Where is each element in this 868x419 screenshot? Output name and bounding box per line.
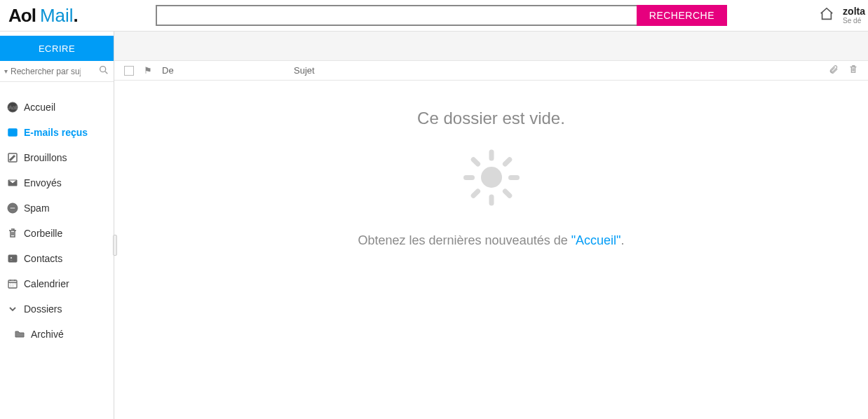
nav-label: Brouillons [24, 152, 67, 163]
empty-link[interactable]: "Accueil" [571, 233, 621, 247]
toolbar [114, 32, 868, 61]
search-input[interactable] [156, 5, 637, 26]
sidebar-resize-handle[interactable] [113, 235, 117, 256]
attachment-icon[interactable] [829, 64, 839, 76]
svg-rect-6 [10, 207, 15, 209]
calendar-icon [7, 278, 18, 289]
nav-label: Accueil [24, 102, 55, 113]
sidebar-search-input[interactable] [11, 67, 81, 76]
nav-label: E-mails reçus [24, 127, 88, 138]
user-name: zolta [843, 6, 865, 17]
nav-contacts[interactable]: Contacts [0, 246, 114, 271]
inbox-icon [7, 127, 18, 138]
folder-icon [14, 329, 25, 340]
nav-label: Envoyés [24, 177, 62, 188]
svg-rect-3 [8, 129, 17, 136]
user-signout: Se dé [843, 17, 865, 25]
nav-folders[interactable]: Dossiers [0, 296, 114, 322]
nav-label: Calendrier [24, 278, 69, 289]
search-button[interactable]: RECHERCHE [637, 5, 727, 26]
chevron-down-icon[interactable]: ▾ [4, 67, 8, 75]
flag-icon[interactable]: ⚑ [144, 65, 152, 76]
chevron-down-icon [7, 303, 18, 315]
sent-icon [7, 177, 18, 188]
header-right: zolta Se dé [819, 6, 868, 25]
select-all-checkbox[interactable] [124, 66, 134, 76]
home-icon[interactable] [819, 6, 834, 24]
header: Aol Mail . RECHERCHE zolta Se dé [0, 0, 868, 32]
empty-text: Obtenez les dernières nouveautés de "Acc… [114, 233, 868, 248]
svg-rect-7 [8, 255, 17, 262]
draft-icon [7, 152, 18, 163]
nav-calendar[interactable]: Calendrier [0, 271, 114, 296]
column-from[interactable]: De [162, 65, 294, 76]
nav-drafts[interactable]: Brouillons [0, 145, 114, 170]
column-subject[interactable]: Sujet [294, 65, 829, 76]
search-icon[interactable] [98, 64, 109, 78]
logo-dot: . [74, 5, 79, 27]
nav-label: Archivé [31, 329, 64, 340]
column-header: ⚑ De Sujet [114, 61, 868, 81]
trash-icon [7, 228, 18, 239]
nav-inbox[interactable]: E-mails reçus [0, 120, 114, 145]
empty-suffix: . [621, 233, 625, 247]
user-block[interactable]: zolta Se dé [843, 6, 865, 25]
aol-circle-icon: Aol [7, 102, 18, 113]
nav-label: Dossiers [24, 303, 62, 315]
nav-list: Aol Accueil E-mails reçus Brouillons Env… [0, 82, 114, 347]
sidebar-search[interactable]: ▾ [0, 61, 114, 82]
nav-spam[interactable]: Spam [0, 195, 114, 221]
nav-trash[interactable]: Corbeille [0, 221, 114, 246]
sidebar: ECRIRE ▾ Aol Accueil E-mails reçus Broui… [0, 32, 114, 419]
svg-point-0 [100, 67, 106, 72]
compose-button[interactable]: ECRIRE [0, 36, 114, 61]
logo[interactable]: Aol Mail . [8, 5, 79, 27]
svg-point-8 [11, 257, 13, 259]
nav-label: Contacts [24, 253, 62, 264]
nav-label: Corbeille [24, 228, 62, 239]
logo-mail: Mail [40, 5, 74, 27]
empty-prefix: Obtenez les dernières nouveautés de [358, 233, 571, 247]
sun-icon [456, 142, 527, 212]
search-box: RECHERCHE [156, 5, 727, 26]
main-panel: ⚑ De Sujet Ce dossier est vide. [114, 32, 868, 419]
delete-icon[interactable] [848, 64, 858, 76]
empty-title: Ce dossier est vide. [114, 109, 868, 128]
svg-text:Aol: Aol [8, 104, 17, 111]
nav-sent[interactable]: Envoyés [0, 170, 114, 195]
logo-aol: Aol [8, 5, 36, 27]
nav-label: Spam [24, 202, 50, 214]
contacts-icon [7, 253, 18, 264]
empty-state: Ce dossier est vide. Obtenez les dernièr… [114, 81, 868, 248]
nav-accueil[interactable]: Aol Accueil [0, 95, 114, 120]
nav-archive[interactable]: Archivé [0, 322, 114, 347]
spam-icon [7, 202, 18, 214]
